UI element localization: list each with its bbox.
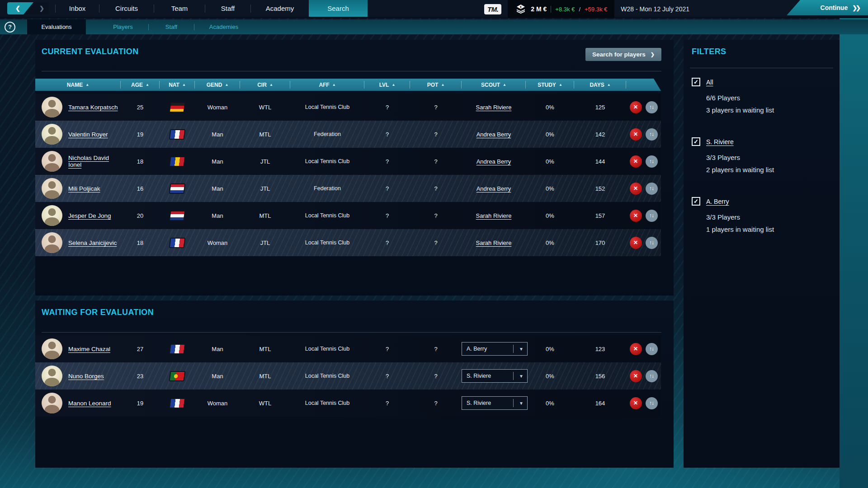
filter-label-all[interactable]: All — [706, 79, 713, 86]
up-down-icon: ↑↓ — [649, 158, 654, 164]
sort-asc-icon: ▲ — [225, 83, 228, 87]
table-row[interactable]: Maxime Chazal 27 Man MTL Local Tennis Cl… — [35, 335, 661, 362]
remove-button[interactable]: ✕ — [630, 128, 642, 141]
player-name-link[interactable]: Valentin Royer — [68, 131, 108, 138]
checkbox-all[interactable]: ✓ — [692, 78, 700, 86]
scout-link[interactable]: Andrea Berry — [476, 158, 511, 165]
player-name-link[interactable]: Tamara Korpatsch — [68, 104, 118, 111]
reorder-button[interactable]: ↑↓ — [646, 370, 658, 382]
column-header-aff[interactable]: AFF▲ — [290, 79, 364, 91]
filter-label-a-berry[interactable]: A. Berry — [706, 198, 729, 205]
scout-link[interactable]: Andrea Berry — [476, 131, 511, 138]
back-chevron-icon: ❮ — [15, 5, 20, 12]
scout-select[interactable]: S. Riviere ▼ — [462, 369, 528, 383]
level-cell: ? — [364, 104, 410, 111]
remove-button[interactable]: ✕ — [630, 155, 642, 168]
table-row[interactable]: Tamara Korpatsch 25 Woman WTL Local Tenn… — [35, 94, 661, 121]
scout-link[interactable]: Sarah Riviere — [476, 212, 512, 219]
column-header-days[interactable]: DAYS▲ — [574, 79, 626, 91]
table-row[interactable]: Nicholas David Ionel 18 Man JTL Local Te… — [35, 148, 661, 175]
search-for-players-button[interactable]: Search for players ❯ — [585, 48, 661, 61]
remove-button[interactable]: ✕ — [630, 101, 642, 113]
reorder-button[interactable]: ↑↓ — [646, 183, 658, 195]
column-header-name[interactable]: NAME▲ — [35, 79, 121, 91]
table-row[interactable]: Mili Poljicak 16 Man JTL Federation ? ? … — [35, 175, 661, 202]
reorder-button[interactable]: ↑↓ — [646, 128, 658, 141]
column-header-nat[interactable]: NAT▲ — [160, 79, 195, 91]
checkbox-a-berry[interactable]: ✓ — [692, 197, 700, 206]
scout-link[interactable]: Sarah Riviere — [476, 239, 512, 246]
circuit-cell: MTL — [240, 373, 290, 380]
nav-tab-team[interactable]: Team — [154, 0, 205, 17]
column-header-scout[interactable]: SCOUT▲ — [462, 79, 526, 91]
scout-link[interactable]: Sarah Riviere — [476, 104, 512, 111]
player-name-link[interactable]: Nuno Borges — [68, 373, 104, 380]
nat-cell — [160, 371, 195, 381]
nav-history: ❮ ❯ — [7, 2, 49, 14]
up-down-icon: ↑↓ — [649, 131, 654, 137]
nav-tab-search-active[interactable]: Search — [309, 0, 368, 17]
checkbox-s-riviere[interactable]: ✓ — [692, 137, 700, 146]
help-icon[interactable]: ? — [5, 22, 15, 33]
scout-select[interactable]: S. Riviere ▼ — [462, 396, 528, 410]
subtab-players[interactable]: Players — [98, 19, 148, 34]
player-name-link[interactable]: Mili Poljicak — [68, 185, 100, 192]
subtab-evaluations-active[interactable]: Evaluations — [27, 19, 86, 34]
filter-label-s-riviere[interactable]: S. Riviere — [706, 138, 734, 145]
reorder-button[interactable]: ↑↓ — [646, 237, 658, 249]
reorder-button[interactable]: ↑↓ — [646, 397, 658, 409]
filter-group-all: ✓ All 6/6 Players 3 players in waiting l… — [692, 78, 833, 116]
remove-button[interactable]: ✕ — [630, 183, 642, 195]
potential-cell: ? — [410, 158, 462, 165]
table-row[interactable]: Valentin Royer 19 Man MTL Federation ? ?… — [35, 121, 661, 148]
table-row[interactable]: Manon Leonard 19 Woman WTL Local Tennis … — [35, 389, 661, 417]
column-header-age[interactable]: AGE▲ — [121, 79, 160, 91]
remove-button[interactable]: ✕ — [630, 370, 642, 382]
scout-select[interactable]: A. Berry ▼ — [462, 342, 528, 356]
remove-button[interactable]: ✕ — [630, 343, 642, 355]
scout-link[interactable]: Andrea Berry — [476, 185, 511, 192]
column-header-study[interactable]: STUDY▲ — [526, 79, 574, 91]
sort-asc-icon: ▲ — [441, 83, 444, 87]
player-name-link[interactable]: Jesper De Jong — [68, 212, 111, 219]
player-name-link[interactable]: Manon Leonard — [68, 400, 111, 407]
reorder-button[interactable]: ↑↓ — [646, 155, 658, 168]
back-button[interactable]: ❮ — [7, 2, 33, 14]
column-header-pot[interactable]: POT▲ — [410, 79, 462, 91]
scout-cell: Andrea Berry — [462, 131, 526, 138]
column-header-gend[interactable]: GEND▲ — [195, 79, 240, 91]
forward-button[interactable]: ❯ — [39, 2, 44, 14]
nav-tab-circuits[interactable]: Circuits — [99, 0, 154, 17]
table-row[interactable]: Nuno Borges 23 Man MTL Local Tennis Club… — [35, 362, 661, 389]
subtab-staff[interactable]: Staff — [149, 19, 194, 34]
reorder-button[interactable]: ↑↓ — [646, 210, 658, 222]
avatar — [42, 97, 62, 117]
flag-icon — [169, 156, 186, 167]
table-row[interactable]: Jesper De Jong 20 Man MTL Local Tennis C… — [35, 202, 661, 229]
nav-tab-staff[interactable]: Staff — [205, 0, 250, 17]
subtab-academies[interactable]: Academies — [194, 19, 253, 34]
nav-tab-academy[interactable]: Academy — [251, 0, 309, 17]
sort-asc-icon: ▲ — [392, 83, 395, 87]
nav-tab-inbox[interactable]: Inbox — [56, 0, 99, 17]
column-header-lvl[interactable]: LVL▲ — [364, 79, 410, 91]
remove-button[interactable]: ✕ — [630, 397, 642, 409]
potential-cell: ? — [410, 346, 462, 352]
player-name-link[interactable]: Selena Janicijevic — [68, 239, 117, 246]
remove-button[interactable]: ✕ — [630, 237, 642, 249]
reorder-button[interactable]: ↑↓ — [646, 343, 658, 355]
close-icon: ✕ — [633, 239, 638, 246]
dropdown-arrow-icon: ▼ — [519, 347, 524, 352]
table-row[interactable]: Selena Janicijevic 18 Woman JTL Local Te… — [35, 229, 661, 256]
player-name-link[interactable]: Nicholas David Ionel — [68, 155, 121, 168]
column-header-cir[interactable]: CIR▲ — [240, 79, 290, 91]
scout-cell: Andrea Berry — [462, 158, 526, 165]
check-icon: ✓ — [693, 79, 698, 85]
continue-button[interactable]: Continue ❯❯ — [787, 0, 868, 15]
reorder-button[interactable]: ↑↓ — [646, 101, 658, 113]
row-actions: ✕ ↑↓ — [626, 397, 661, 409]
gender-cell: Man — [195, 212, 240, 219]
player-name-link[interactable]: Maxime Chazal — [68, 346, 110, 352]
potential-cell: ? — [410, 104, 462, 111]
remove-button[interactable]: ✕ — [630, 210, 642, 222]
